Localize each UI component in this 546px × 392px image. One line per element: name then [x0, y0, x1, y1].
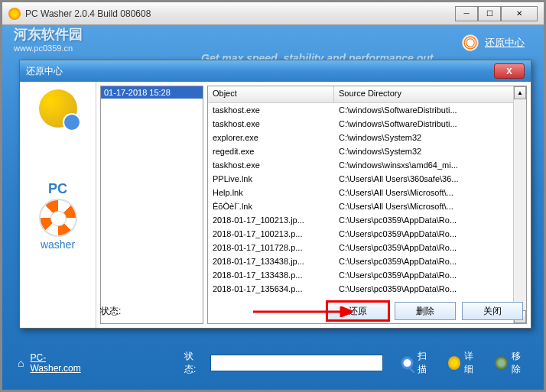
bottom-left: ⌂ PC-Washer.com — [18, 352, 93, 374]
status-box — [210, 355, 383, 371]
dialog-sidebar: PC washer — [20, 82, 96, 328]
table-row[interactable]: regedit.exeC:\windows\System32 — [208, 144, 526, 158]
pc-washer-logo: PC washer — [39, 181, 77, 251]
trash-icon — [495, 356, 508, 370]
table-header: Object Source Directory — [208, 86, 526, 103]
close-button[interactable]: ✕ — [501, 6, 538, 21]
watermark: 河东软件园 www.pc0359.cn — [14, 25, 83, 53]
col-object[interactable]: Object — [208, 86, 334, 102]
cell-source: C:\Users\All Users\Microsoft\... — [334, 188, 526, 197]
delete-button[interactable]: 删除 — [395, 302, 456, 320]
main-window: PC Washer 2.0.4 Build 080608 ─ ☐ ✕ 河东软件园… — [0, 0, 546, 392]
watermark-title: 河东软件园 — [14, 25, 83, 44]
arrow-annotation — [253, 306, 353, 317]
table-row[interactable]: PPLive.lnkC:\Users\All Users\360safe\36.… — [208, 172, 526, 186]
cell-source: C:\windows\System32 — [334, 133, 526, 142]
outer-status-label: 状态: — [184, 350, 204, 376]
window-controls: ─ ☐ ✕ — [455, 6, 538, 21]
detail-icon — [448, 356, 461, 370]
watermark-url: www.pc0359.cn — [14, 44, 83, 53]
table-row[interactable]: taskhost.exeC:\windows\winsxs\amd64_mi..… — [208, 158, 526, 172]
detail-button[interactable]: 详细 — [448, 350, 482, 376]
cell-source: C:\windows\SoftwareDistributi... — [334, 119, 526, 128]
cell-object: regedit.exe — [208, 147, 334, 156]
outer-bottom-bar: ⌂ PC-Washer.com 状态: 扫描 详细 移除 — [18, 344, 528, 382]
logo-pc: PC — [39, 181, 77, 197]
table-row[interactable]: taskhost.exeC:\windows\SoftwareDistribut… — [208, 117, 526, 131]
cell-object: taskhost.exe — [208, 105, 334, 115]
cell-source: C:\Users\pc0359\AppData\Ro... — [334, 271, 526, 280]
restore-dialog: 还原中心 X PC washer 01-17-2018 15:28 Object — [19, 60, 531, 329]
cell-object: 2018-01-17_133438.p... — [208, 271, 334, 280]
remove-button[interactable]: 移除 — [495, 350, 528, 376]
cell-object: Help.lnk — [208, 188, 334, 197]
cell-source: C:\Users\pc0359\AppData\Ro... — [334, 243, 526, 252]
table-row[interactable]: 2018-01-17_100213.jp...C:\Users\pc0359\A… — [208, 213, 526, 227]
home-icon: ⌂ — [18, 357, 24, 369]
file-table-wrap: Object Source Directory taskhost.exeC:\w… — [207, 86, 527, 324]
cell-source: C:\windows\System32 — [334, 147, 526, 156]
remove-label: 移除 — [512, 350, 528, 376]
table-row[interactable]: explorer.exeC:\windows\System32 — [208, 131, 526, 144]
table-row[interactable]: 2018-01-17_100213.p...C:\Users\pc0359\Ap… — [208, 227, 526, 241]
magnifier-icon — [401, 356, 414, 370]
app-icon — [8, 8, 21, 20]
dialog-status-label: 状态: — [100, 305, 121, 318]
lifering-big-icon — [39, 199, 77, 237]
outer-titlebar[interactable]: PC Washer 2.0.4 Build 080608 ─ ☐ ✕ — [2, 2, 544, 25]
dialog-title: 还原中心 — [26, 65, 494, 78]
restore-center-link[interactable]: 还原中心 — [485, 36, 525, 50]
cell-object: 2018-01-17_100213.jp... — [208, 215, 334, 225]
svg-marker-1 — [341, 307, 353, 316]
cell-source: C:\Users\pc0359\AppData\Ro... — [334, 257, 526, 266]
bottom-status: 状态: 扫描 详细 移除 — [184, 350, 528, 376]
vertical-scrollbar[interactable]: ▲ ▼ — [513, 86, 526, 323]
scroll-up-button[interactable]: ▲ — [514, 86, 526, 99]
detail-label: 详细 — [464, 350, 481, 376]
cell-source: C:\Users\All Users\Microsoft\... — [334, 202, 526, 211]
dialog-body: PC washer 01-17-2018 15:28 Object Source… — [20, 82, 531, 328]
dialog-buttons: 还原 删除 关闭 — [327, 302, 523, 320]
cell-object: explorer.exe — [208, 133, 334, 142]
window-title: PC Washer 2.0.4 Build 080608 — [25, 8, 455, 19]
lifering-icon — [462, 34, 479, 51]
cell-source: C:\windows\winsxs\amd64_mi... — [334, 160, 526, 170]
bottom-actions: 扫描 详细 移除 — [401, 350, 528, 376]
col-source[interactable]: Source Directory — [334, 86, 526, 102]
restore-point-item[interactable]: 01-17-2018 15:28 — [101, 86, 203, 99]
logo-washer: washer — [39, 238, 77, 251]
cell-source: C:\Users\All Users\360safe\36... — [334, 174, 526, 183]
table-body[interactable]: taskhost.exeC:\windows\SoftwareDistribut… — [208, 103, 526, 323]
minimize-button[interactable]: ─ — [455, 6, 478, 21]
table-row[interactable]: 2018-01-17_133438.jp...C:\Users\pc0359\A… — [208, 254, 526, 268]
cell-source: C:\Users\pc0359\AppData\Ro... — [334, 215, 526, 225]
cell-object: 2018-01-17_101728.p... — [208, 243, 334, 252]
restore-point-list[interactable]: 01-17-2018 15:28 — [100, 86, 203, 324]
table-row[interactable]: ÊõÒèÍ¨.lnkC:\Users\All Users\Microsoft\.… — [208, 199, 526, 213]
cell-object: PPLive.lnk — [208, 174, 334, 183]
table-row[interactable]: 2018-01-17_133438.p...C:\Users\pc0359\Ap… — [208, 268, 526, 282]
table-row[interactable]: Help.lnkC:\Users\All Users\Microsoft\... — [208, 186, 526, 199]
close-dialog-button[interactable]: 关闭 — [462, 302, 523, 320]
dialog-bottom-bar: 状态: 还原 删除 关闭 — [100, 300, 523, 322]
cell-object: taskhost.exe — [208, 160, 334, 170]
header-right: 还原中心 — [462, 34, 525, 51]
scan-label: 扫描 — [418, 350, 434, 376]
broom-icon — [39, 89, 77, 128]
cell-object: ÊõÒèÍ¨.lnk — [208, 202, 334, 211]
cell-source: C:\windows\SoftwareDistributi... — [334, 105, 526, 115]
dialog-titlebar[interactable]: 还原中心 X — [20, 60, 531, 82]
cell-object: 2018-01-17_100213.p... — [208, 229, 334, 238]
dialog-close-button[interactable]: X — [494, 63, 525, 79]
table-row[interactable]: 2018-01-17_135634.p...C:\Users\pc0359\Ap… — [208, 282, 526, 296]
file-table: Object Source Directory taskhost.exeC:\w… — [207, 86, 527, 324]
cell-object: taskhost.exe — [208, 119, 334, 128]
cell-object: 2018-01-17_135634.p... — [208, 284, 334, 293]
scan-button[interactable]: 扫描 — [401, 350, 434, 376]
table-row[interactable]: taskhost.exeC:\windows\SoftwareDistribut… — [208, 103, 526, 117]
website-link[interactable]: PC-Washer.com — [30, 352, 92, 374]
cell-source: C:\Users\pc0359\AppData\Ro... — [334, 229, 526, 238]
cell-source: C:\Users\pc0359\AppData\Ro... — [334, 284, 526, 293]
table-row[interactable]: 2018-01-17_101728.p...C:\Users\pc0359\Ap… — [208, 241, 526, 254]
maximize-button[interactable]: ☐ — [478, 6, 501, 21]
